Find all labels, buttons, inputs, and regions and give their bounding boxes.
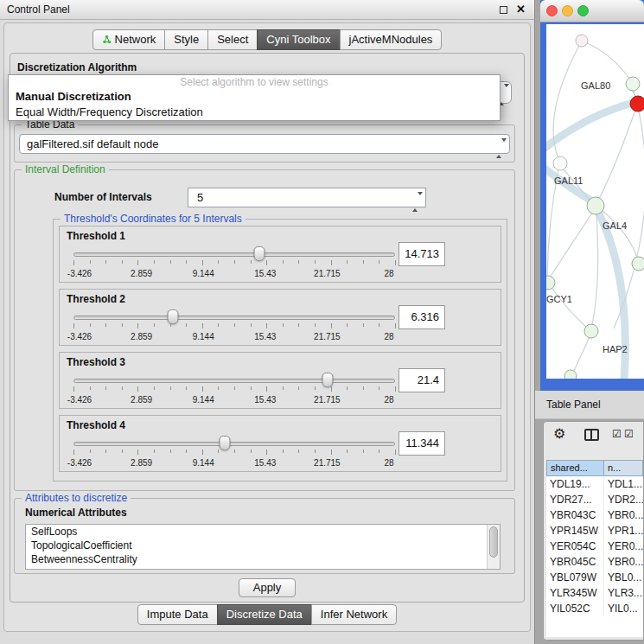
tab-infer-network[interactable]: Infer Network xyxy=(311,604,397,625)
tab-jactivemnodules[interactable]: jActiveMNodules xyxy=(340,29,443,50)
table-cell[interactable]: YDL19... xyxy=(546,476,604,492)
tab-label: Style xyxy=(174,33,199,46)
tab-style[interactable]: Style xyxy=(164,29,208,50)
network-node[interactable] xyxy=(626,77,640,91)
float-window-icon[interactable] xyxy=(500,6,507,14)
table-cell[interactable]: YBL0... xyxy=(604,570,643,585)
control-panel-body: Network Style Select Cyni Toolbox jActiv… xyxy=(3,22,531,632)
table-cell[interactable]: YDR2... xyxy=(604,492,643,507)
table-cell[interactable]: YPR1... xyxy=(604,523,643,539)
minimize-traffic-light-icon[interactable] xyxy=(562,5,573,16)
gear-icon[interactable]: ⚙ xyxy=(553,425,565,442)
table-cell[interactable]: YBR0... xyxy=(604,554,643,570)
network-edge[interactable] xyxy=(592,214,598,325)
network-canvas[interactable]: GAL80 GAL11 GAL4 GCY1 HAP2 xyxy=(546,24,644,379)
dropdown-option-manual-discretization[interactable]: Manual Discretization xyxy=(9,88,500,104)
table-data-combo[interactable]: galFiltered.sif default node xyxy=(19,134,510,154)
table-cell[interactable]: YBR045C xyxy=(546,554,604,570)
network-node-gcy1[interactable] xyxy=(546,276,555,290)
table-cell[interactable]: YBL079W xyxy=(546,570,604,585)
slider-track[interactable] xyxy=(73,316,395,320)
network-edge[interactable] xyxy=(574,337,590,371)
tab-select[interactable]: Select xyxy=(207,29,258,50)
threshold-value-field[interactable]: 21.4 xyxy=(399,368,445,392)
network-window-titlebar[interactable] xyxy=(540,0,644,22)
node-label-gal11: GAL11 xyxy=(554,175,583,186)
table-row[interactable]: YDR27... YDR2... xyxy=(546,492,643,507)
table-cell[interactable]: YLR345W xyxy=(546,585,604,601)
dropdown-option-equal-width[interactable]: Equal Width/Frequency Discretization xyxy=(9,104,500,119)
table-cell[interactable]: YPR145W xyxy=(546,523,604,539)
slider-ticks xyxy=(73,323,395,330)
table-cell[interactable]: YBR043C xyxy=(546,507,604,523)
threshold-slider[interactable]: -3.426 2.859 9.144 15.43 21.715 28 xyxy=(73,245,395,282)
tab-cyni-toolbox[interactable]: Cyni Toolbox xyxy=(257,29,340,50)
number-of-intervals-spinner[interactable]: 5 xyxy=(188,188,426,207)
slider-thumb[interactable] xyxy=(253,246,265,261)
slider-thumb[interactable] xyxy=(219,436,230,450)
table-row[interactable]: YIL052C YIL0... xyxy=(546,601,643,616)
column-header-shared-name[interactable]: shared... xyxy=(546,460,604,476)
table-cell[interactable]: YIL052C xyxy=(546,601,604,616)
node-table: shared... n... YDL19... YDL1... YDR27...… xyxy=(546,460,643,637)
table-cell[interactable]: YIL0... xyxy=(604,601,643,616)
table-cell[interactable]: YDR27... xyxy=(546,492,604,507)
network-node[interactable] xyxy=(564,370,577,379)
list-item[interactable]: SelfLoops xyxy=(26,525,500,539)
slider-track[interactable] xyxy=(73,379,395,383)
numerical-attributes-list[interactable]: SelfLoops TopologicalCoefficient Between… xyxy=(25,524,501,570)
scrollbar-thumb[interactable] xyxy=(489,526,498,558)
slider-thumb[interactable] xyxy=(168,309,179,324)
table-row[interactable]: YLR345W YLR3... xyxy=(546,585,643,601)
network-node-gal4[interactable] xyxy=(587,197,604,214)
network-node-hap2[interactable] xyxy=(584,324,598,338)
scale-label: 2.859 xyxy=(131,395,152,405)
checkbox-icon[interactable]: ☑ xyxy=(624,428,634,440)
slider-track[interactable] xyxy=(73,442,395,446)
checkbox-icon[interactable]: ☑ xyxy=(612,428,622,440)
slider-track[interactable] xyxy=(73,252,395,257)
close-icon[interactable]: ✕ xyxy=(516,3,526,16)
table-row[interactable]: YPR145W YPR1... xyxy=(546,523,643,539)
list-item[interactable]: BetweennessCentrality xyxy=(26,552,500,566)
network-edge[interactable] xyxy=(550,212,593,277)
cyni-toolbox-panel: Discretization Algorithm Select algorith… xyxy=(10,53,525,603)
table-panel-window: ⚙ ☑ ☑ shared... n... YDL19... YDL1... YD… xyxy=(543,421,644,641)
network-edge[interactable] xyxy=(582,41,630,80)
threshold-slider[interactable]: -3.426 2.859 9.144 15.43 21.715 28 xyxy=(73,309,395,345)
zoom-traffic-light-icon[interactable] xyxy=(577,5,589,16)
network-edge[interactable] xyxy=(599,110,635,199)
table-row[interactable]: YDL19... YDL1... xyxy=(546,476,643,492)
table-cell[interactable]: YER0... xyxy=(604,539,643,554)
table-row[interactable]: YER054C YER0... xyxy=(546,539,643,554)
table-row[interactable]: YBL079W YBL0... xyxy=(546,570,643,585)
list-scrollbar[interactable] xyxy=(487,525,500,569)
control-panel-titlebar[interactable]: Control Panel ✕ xyxy=(0,0,534,20)
threshold-slider[interactable]: -3.426 2.859 9.144 15.43 21.715 28 xyxy=(73,435,395,471)
table-cell[interactable]: YER054C xyxy=(546,539,604,554)
table-cell[interactable]: YDL1... xyxy=(604,476,643,492)
network-node[interactable] xyxy=(632,257,644,271)
threshold-value-field[interactable]: 14.713 xyxy=(399,242,445,266)
column-header-name[interactable]: n... xyxy=(604,460,643,476)
table-cell[interactable]: YLR3... xyxy=(604,585,643,601)
close-traffic-light-icon[interactable] xyxy=(546,5,558,16)
tab-network[interactable]: Network xyxy=(92,29,166,50)
tab-discretize-data[interactable]: Discretize Data xyxy=(217,604,312,625)
network-node-selected[interactable] xyxy=(630,96,644,112)
table-row[interactable]: YBR045C YBR0... xyxy=(546,554,643,570)
combo-stepper-icon[interactable] xyxy=(496,139,504,157)
tab-impute-data[interactable]: Impute Data xyxy=(137,604,218,625)
table-cell[interactable]: YBR0... xyxy=(604,507,643,523)
columns-icon[interactable] xyxy=(584,429,599,441)
threshold-slider[interactable]: -3.426 2.859 9.144 15.43 21.715 28 xyxy=(73,372,395,408)
network-node[interactable] xyxy=(553,156,567,170)
table-row[interactable]: YBR043C YBR0... xyxy=(546,507,643,523)
network-node[interactable] xyxy=(576,35,588,47)
threshold-value-field[interactable]: 11.344 xyxy=(399,431,445,456)
slider-thumb[interactable] xyxy=(322,373,333,387)
spinner-stepper-icon[interactable] xyxy=(412,193,420,211)
list-item[interactable]: TopologicalCoefficient xyxy=(26,539,500,552)
apply-button[interactable]: Apply xyxy=(239,578,296,597)
threshold-value-field[interactable]: 6.316 xyxy=(399,305,445,329)
